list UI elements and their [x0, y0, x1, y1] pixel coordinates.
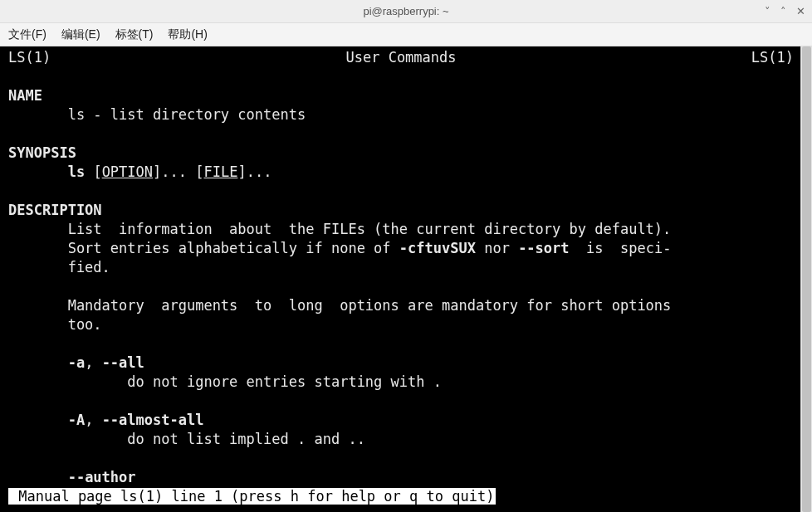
menu-edit[interactable]: 编辑(E) [61, 27, 100, 42]
menu-tabs[interactable]: 标签(T) [115, 27, 154, 42]
desc-line-2c: nor [476, 240, 518, 256]
synopsis-end: ]... [237, 163, 271, 180]
opt-a-desc: do not ignore entries starting with . [8, 373, 442, 390]
man-header-right: LS(1) [751, 48, 794, 67]
opt-author-indent [8, 469, 68, 485]
synopsis-option: OPTION [102, 163, 153, 180]
name-line: ls - list directory contents [8, 106, 306, 123]
man-header: LS(1)User CommandsLS(1) [8, 48, 794, 67]
minimize-icon[interactable]: ˅ [765, 6, 770, 17]
opt-A-sep: , [85, 412, 101, 428]
synopsis-file: FILE [203, 163, 237, 180]
man-header-left: LS(1) [8, 48, 51, 67]
section-synopsis: SYNOPSIS [8, 144, 76, 161]
section-name: NAME [8, 87, 42, 104]
menu-file[interactable]: 文件(F) [8, 27, 46, 42]
synopsis-mid: ]... [ [153, 163, 203, 180]
desc-flag-sort: --sort [518, 240, 569, 256]
desc-line-1: List information about the FILEs (the cu… [8, 221, 671, 237]
opt-A-short: -A [68, 412, 85, 428]
man-status-line: Manual page ls(1) line 1 (press h for he… [8, 488, 496, 505]
desc-line-5: too. [8, 316, 102, 333]
scrollbar[interactable] [800, 46, 812, 512]
opt-A-long: --almost-all [102, 412, 204, 428]
synopsis-indent [8, 163, 68, 180]
window-controls: ˅ ˄ ✕ [765, 6, 805, 17]
man-header-center: User Commands [345, 48, 456, 67]
window-titlebar: pi@raspberrypi: ~ ˅ ˄ ✕ [0, 0, 812, 23]
close-icon[interactable]: ✕ [796, 6, 805, 17]
opt-a-long: --all [102, 354, 144, 371]
terminal-container: LS(1)User CommandsLS(1) NAME ls - list d… [0, 46, 812, 512]
opt-A-indent [8, 412, 68, 428]
synopsis-cmd: ls [68, 163, 85, 180]
opt-A-desc: do not list implied . and .. [8, 431, 365, 447]
desc-flag-cftuv: -cftuvSUX [399, 240, 476, 256]
maximize-icon[interactable]: ˄ [780, 6, 786, 17]
opt-a-short: -a [68, 354, 85, 371]
desc-line-2a: Sort entries alphabetically if none of [8, 240, 399, 256]
terminal[interactable]: LS(1)User CommandsLS(1) NAME ls - list d… [0, 46, 800, 512]
opt-a-indent [8, 354, 68, 371]
desc-line-4: Mandatory arguments to long options are … [8, 297, 671, 314]
window-title: pi@raspberrypi: ~ [363, 5, 448, 17]
opt-a-sep: , [85, 354, 101, 371]
desc-line-2e: is speci- [570, 240, 672, 256]
desc-line-3: fied. [8, 259, 110, 276]
opt-author-long: --author [68, 469, 136, 485]
scroll-thumb[interactable] [802, 46, 811, 512]
menu-help[interactable]: 帮助(H) [168, 27, 207, 42]
menubar: 文件(F) 编辑(E) 标签(T) 帮助(H) [0, 23, 812, 46]
section-description: DESCRIPTION [8, 202, 102, 218]
synopsis-br1: [ [85, 163, 101, 180]
